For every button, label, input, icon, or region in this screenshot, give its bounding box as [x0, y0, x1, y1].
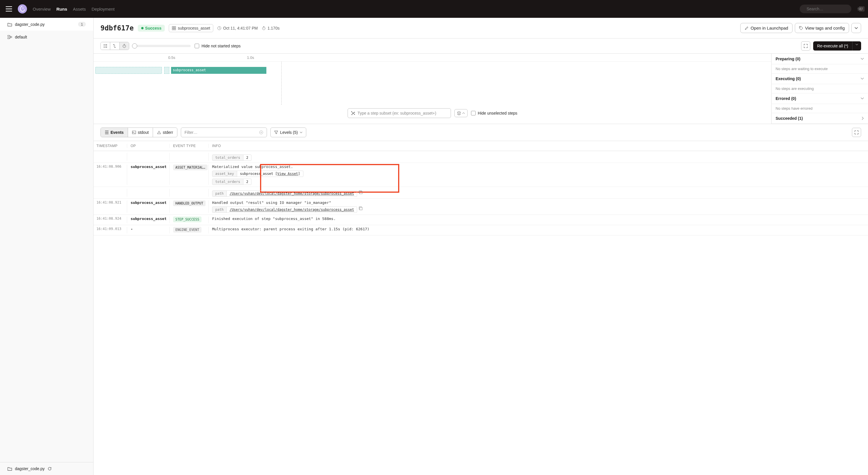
svg-rect-22 — [360, 207, 362, 210]
meta-key: path — [212, 190, 227, 197]
hide-unselected-checkbox[interactable]: Hide unselected steps — [471, 111, 518, 115]
zoom-slider[interactable] — [133, 45, 191, 47]
meta-key: total_orders — [212, 154, 243, 161]
nav-assets[interactable]: Assets — [73, 7, 86, 11]
event-row[interactable]: 16:41:08.924subprocess_assetSTEP_SUCCESS… — [94, 215, 868, 225]
event-row[interactable]: path/Users/yuhan/dev/local/dagster_home/… — [94, 187, 868, 199]
gantt-prep-bar — [95, 67, 162, 74]
events-filter-input[interactable]: Filter… — [181, 127, 267, 137]
path-link[interactable]: /Users/yuhan/dev/local/dagster_home/stor… — [229, 191, 354, 196]
col-op-header: OP — [127, 144, 169, 148]
view-timed-button[interactable] — [120, 42, 129, 50]
svg-point-2 — [859, 8, 861, 10]
nav-overview[interactable]: Overview — [33, 7, 51, 11]
status-panel: Preparing (0) No steps are waiting to ex… — [771, 54, 868, 124]
run-menu-button[interactable] — [851, 23, 861, 33]
meta-val: subprocess_asset [View Asset] — [237, 171, 303, 177]
levels-filter-button[interactable]: Levels (5) — [270, 127, 306, 137]
col-info-header: INFO — [208, 144, 868, 148]
status-executing-msg: No steps are executing — [772, 84, 868, 93]
path-link[interactable]: /Users/yuhan/dev/local/dagster_home/stor… — [229, 208, 354, 212]
tab-events[interactable]: Events — [101, 128, 128, 137]
event-row[interactable]: total_orders2 — [94, 151, 868, 163]
search-box[interactable]: / — [800, 5, 851, 13]
meta-row: asset_keysubprocess_asset [View Asset] — [212, 171, 868, 177]
search-input[interactable] — [807, 7, 857, 11]
col-eventtype-header: EVENT TYPE — [169, 144, 208, 148]
chevron-down-icon — [861, 78, 864, 80]
svg-rect-5 — [10, 36, 12, 38]
status-preparing[interactable]: Preparing (0) — [772, 54, 868, 64]
sidebar-footer[interactable]: dagster_code.py — [0, 462, 93, 475]
status-executing[interactable]: Executing (0) — [772, 73, 868, 84]
meta-val: /Users/yuhan/dev/local/dagster_home/stor… — [227, 206, 357, 213]
folder-icon — [7, 22, 12, 26]
status-errored[interactable]: Errored (0) — [772, 93, 868, 104]
tab-stdout[interactable]: stdout — [128, 128, 153, 137]
view-waterfall-button[interactable] — [110, 42, 120, 50]
grid-icon — [172, 26, 176, 30]
tab-stderr[interactable]: stderr — [153, 128, 177, 137]
meta-row: total_orders2 — [212, 154, 868, 161]
event-op: subprocess_asset — [127, 165, 169, 185]
job-icon — [7, 35, 12, 39]
event-type: ASSET_MATERIALIZAT… — [169, 165, 208, 185]
reexecute-menu-button[interactable] — [852, 41, 861, 51]
expand-gantt-button[interactable] — [801, 41, 810, 51]
meta-key: asset_key — [212, 171, 237, 177]
reexecute-button[interactable]: Re-execute all (*) — [813, 41, 852, 51]
event-timestamp: 16:41:08.921 — [94, 201, 127, 213]
step-subset-input[interactable]: Type a step subset (ex: subprocess_asset… — [348, 108, 451, 118]
terminal-icon — [132, 131, 136, 134]
nav-runs[interactable]: Runs — [57, 7, 67, 11]
status-badge: Success — [138, 25, 165, 32]
nav-deployment[interactable]: Deployment — [92, 7, 115, 11]
checkbox-icon — [195, 43, 199, 48]
event-op — [127, 189, 169, 197]
stopwatch-icon — [262, 26, 266, 30]
meta-row: path/Users/yuhan/dev/local/dagster_home/… — [212, 190, 868, 197]
refresh-icon[interactable] — [48, 467, 52, 471]
sidebar-item-dagster-code[interactable]: dagster_code.py 1 — [0, 18, 93, 31]
slider-knob[interactable] — [132, 43, 137, 49]
event-info: total_orders2 — [208, 153, 868, 161]
event-row[interactable]: 16:41:08.921subprocess_assetHANDLED_OUTP… — [94, 199, 868, 215]
view-tags-button[interactable]: View tags and config — [795, 23, 849, 33]
event-info: Handled output "result" using IO manager… — [208, 201, 868, 213]
gantt-exec-bar[interactable]: subprocess_asset — [171, 67, 267, 74]
event-type: STEP_SUCCESS — [169, 216, 208, 223]
event-row[interactable]: 16:41:08.906subprocess_assetASSET_MATERI… — [94, 163, 868, 187]
sidebar-item-default[interactable]: default — [0, 31, 93, 43]
layers-button[interactable] — [454, 109, 468, 117]
event-timestamp: 16:41:08.906 — [94, 165, 127, 185]
event-timestamp — [94, 153, 127, 161]
gear-icon[interactable] — [857, 6, 862, 11]
copy-icon[interactable] — [359, 190, 363, 197]
clear-icon[interactable] — [259, 130, 263, 135]
col-timestamp-header: TIMESTAMP — [94, 144, 127, 148]
event-row[interactable]: 16:41:09.013-ENGINE_EVENTMultiprocess ex… — [94, 225, 868, 236]
chevron-down-icon — [300, 131, 303, 133]
gantt-chart[interactable]: subprocess_asset — [94, 62, 771, 105]
expand-events-button[interactable] — [852, 128, 861, 137]
status-preparing-msg: No steps are waiting to execute — [772, 64, 868, 73]
asset-chip[interactable]: subprocess_asset — [169, 24, 213, 32]
meta-val: 2 — [243, 154, 251, 161]
gantt-time-axis: 0.5s 1.0s — [94, 54, 771, 62]
sidebar-item-label: default — [15, 35, 27, 39]
open-launchpad-button[interactable]: Open in Launchpad — [740, 23, 793, 33]
svg-point-0 — [22, 7, 24, 9]
meta-key: path — [212, 206, 227, 213]
layers-icon — [457, 111, 461, 115]
view-asset-link[interactable]: View Asset — [277, 172, 298, 176]
sidebar-footer-label: dagster_code.py — [15, 466, 45, 471]
event-op: - — [127, 227, 169, 234]
svg-rect-6 — [172, 26, 174, 28]
asset-chip-label: subprocess_asset — [178, 26, 210, 30]
view-flat-button[interactable] — [101, 42, 110, 50]
status-succeeded[interactable]: Succeeded (1) — [772, 113, 868, 124]
hide-not-started-checkbox[interactable]: Hide not started steps — [195, 43, 241, 48]
copy-icon[interactable] — [359, 206, 363, 213]
menu-icon[interactable] — [6, 6, 12, 11]
graph-icon — [351, 111, 355, 115]
